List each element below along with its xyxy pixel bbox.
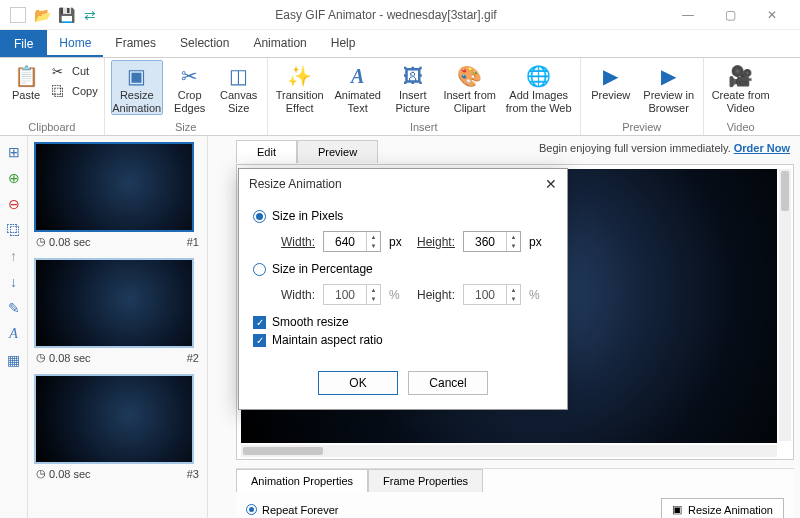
- new-icon[interactable]: [10, 7, 26, 23]
- aspect-ratio-checkbox[interactable]: ✓Maintain aspect ratio: [253, 333, 553, 347]
- vertical-scrollbar[interactable]: [779, 169, 791, 441]
- tab-edit[interactable]: Edit: [236, 140, 297, 163]
- crop-icon: ✂: [181, 63, 198, 89]
- crop-edges-button[interactable]: ✂Crop Edges: [169, 60, 211, 115]
- close-button[interactable]: ✕: [758, 8, 786, 22]
- radio-dot-icon: [246, 504, 257, 515]
- height-px-input[interactable]: ▲▼: [463, 231, 521, 252]
- dialog-title: Resize Animation: [249, 177, 342, 191]
- trial-bar: Begin enjoying full version immediately.…: [539, 142, 790, 154]
- paste-button[interactable]: 📋 Paste: [6, 60, 46, 103]
- frames-panel: ◷0.08 sec#1 ◷0.08 sec#2 ◷0.08 sec#3: [28, 136, 208, 518]
- cut-icon: ✂: [52, 64, 68, 79]
- picture-icon: 🖼: [403, 63, 423, 89]
- horizontal-scrollbar[interactable]: [241, 445, 777, 457]
- tool-insert-icon[interactable]: ⊕: [4, 168, 24, 188]
- resize-icon: ▣: [127, 63, 146, 89]
- tab-frames[interactable]: Frames: [103, 30, 168, 57]
- ribbon-group-clipboard: 📋 Paste ✂Cut ⿻Copy Clipboard: [0, 58, 105, 135]
- tool-grid-icon[interactable]: ▦: [4, 350, 24, 370]
- insert-picture-button[interactable]: 🖼Insert Picture: [390, 60, 436, 115]
- animated-text-button[interactable]: AAnimated Text: [332, 60, 384, 115]
- resize-icon: ▣: [672, 503, 682, 516]
- side-toolbar: ⊞ ⊕ ⊖ ⿻ ↑ ↓ ✎ A ▦: [0, 136, 28, 518]
- tab-preview[interactable]: Preview: [297, 140, 378, 163]
- dialog-close-button[interactable]: ✕: [545, 176, 557, 192]
- tab-animation[interactable]: Animation: [241, 30, 318, 57]
- frame-thumbnail: [34, 258, 194, 348]
- spin-down-icon[interactable]: ▼: [507, 242, 520, 252]
- paste-icon: 📋: [14, 63, 39, 89]
- ok-button[interactable]: OK: [318, 371, 398, 395]
- copy-button[interactable]: ⿻Copy: [52, 82, 98, 100]
- minimize-button[interactable]: —: [674, 8, 702, 22]
- width-label: Width:: [275, 235, 315, 249]
- tool-move-up-icon[interactable]: ↑: [4, 246, 24, 266]
- tool-duplicate-icon[interactable]: ⿻: [4, 220, 24, 240]
- video-icon: 🎥: [728, 63, 753, 89]
- frame-thumbnail: [34, 374, 194, 464]
- tool-delete-icon[interactable]: ⊖: [4, 194, 24, 214]
- width-label: Width:: [275, 288, 315, 302]
- cancel-button[interactable]: Cancel: [408, 371, 488, 395]
- play-browser-icon: ▶: [661, 63, 676, 89]
- height-label: Height:: [415, 288, 455, 302]
- cut-button[interactable]: ✂Cut: [52, 62, 98, 80]
- tool-add-frame-icon[interactable]: ⊞: [4, 142, 24, 162]
- smooth-resize-checkbox[interactable]: ✓Smooth resize: [253, 315, 553, 329]
- play-icon: ▶: [603, 63, 618, 89]
- tab-animation-properties[interactable]: Animation Properties: [236, 469, 368, 492]
- ribbon: 📋 Paste ✂Cut ⿻Copy Clipboard ▣Resize Ani…: [0, 58, 800, 136]
- open-icon[interactable]: 📂: [34, 7, 50, 23]
- clipart-icon: 🎨: [457, 63, 482, 89]
- window-controls: — ▢ ✕: [674, 8, 800, 22]
- copy-icon: ⿻: [52, 84, 68, 99]
- preview-browser-button[interactable]: ▶Preview in Browser: [641, 60, 697, 115]
- wand-icon: ✨: [287, 63, 312, 89]
- resize-animation-shortcut[interactable]: ▣Resize Animation: [661, 498, 784, 518]
- tab-frame-properties[interactable]: Frame Properties: [368, 469, 483, 492]
- width-pct-input: ▲▼: [323, 284, 381, 305]
- tool-text-icon[interactable]: A: [4, 324, 24, 344]
- frame-item[interactable]: ◷0.08 sec#3: [34, 374, 201, 480]
- file-menu[interactable]: File: [0, 30, 47, 57]
- add-from-web-button[interactable]: 🌐Add Images from the Web: [504, 60, 574, 115]
- preview-button[interactable]: ▶Preview: [587, 60, 635, 103]
- view-tabs: Edit Preview: [236, 140, 378, 163]
- size-percent-radio[interactable]: Size in Percentage: [253, 262, 553, 276]
- clock-icon: ◷: [36, 351, 46, 364]
- ribbon-group-preview: ▶Preview ▶Preview in Browser Preview: [581, 58, 704, 135]
- tab-help[interactable]: Help: [319, 30, 368, 57]
- properties-panel: Animation Properties Frame Properties Re…: [236, 468, 794, 518]
- insert-clipart-button[interactable]: 🎨Insert from Clipart: [442, 60, 498, 115]
- tool-move-down-icon[interactable]: ↓: [4, 272, 24, 292]
- transition-button[interactable]: ✨Transition Effect: [274, 60, 326, 115]
- text-icon: A: [351, 63, 364, 89]
- resize-dialog: Resize Animation ✕ Size in Pixels Width:…: [238, 168, 568, 410]
- frame-item[interactable]: ◷0.08 sec#1: [34, 142, 201, 248]
- canvas-size-button[interactable]: ◫Canvas Size: [217, 60, 261, 115]
- width-px-input[interactable]: ▲▼: [323, 231, 381, 252]
- tab-home[interactable]: Home: [47, 30, 103, 57]
- repeat-forever-radio[interactable]: Repeat Forever: [246, 504, 338, 516]
- maximize-button[interactable]: ▢: [716, 8, 744, 22]
- save-icon[interactable]: 💾: [58, 7, 74, 23]
- frame-item[interactable]: ◷0.08 sec#2: [34, 258, 201, 364]
- spin-up-icon[interactable]: ▲: [367, 232, 380, 242]
- order-now-link[interactable]: Order Now: [734, 142, 790, 154]
- quick-access-toolbar: 📂 💾 ⇄: [0, 7, 98, 23]
- menu-bar: File Home Frames Selection Animation Hel…: [0, 30, 800, 58]
- radio-off-icon: [253, 263, 266, 276]
- size-pixels-radio[interactable]: Size in Pixels: [253, 209, 553, 223]
- create-from-video-button[interactable]: 🎥Create from Video: [710, 60, 772, 115]
- spin-up-icon[interactable]: ▲: [507, 232, 520, 242]
- checkbox-checked-icon: ✓: [253, 334, 266, 347]
- spin-down-icon[interactable]: ▼: [367, 242, 380, 252]
- resize-animation-button[interactable]: ▣Resize Animation: [111, 60, 163, 115]
- tab-selection[interactable]: Selection: [168, 30, 241, 57]
- radio-on-icon: [253, 210, 266, 223]
- title-bar: 📂 💾 ⇄ Easy GIF Animator - wednesday[3sta…: [0, 0, 800, 30]
- wizard-icon[interactable]: ⇄: [82, 7, 98, 23]
- checkbox-checked-icon: ✓: [253, 316, 266, 329]
- tool-edit-icon[interactable]: ✎: [4, 298, 24, 318]
